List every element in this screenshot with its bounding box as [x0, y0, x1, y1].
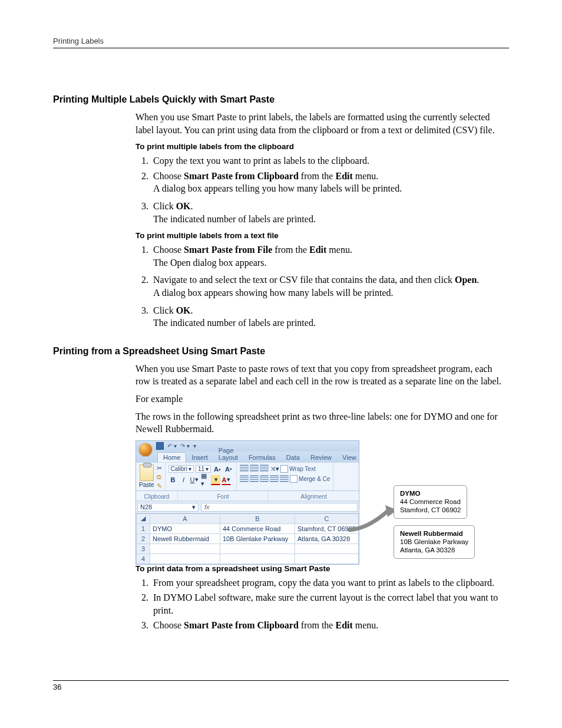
heading-smart-paste-multiple: Printing Multiple Labels Quickly with Sm… [53, 94, 509, 105]
proc2-step3: Click OK. The indicated number of labels… [151, 304, 509, 330]
grow-font-icon: A▴ [213, 465, 222, 474]
page-number: 36 [53, 683, 61, 691]
spreadsheet-grid: ◢ A B C 1 DYMO 44 Commerce Road Stamford… [136, 513, 359, 564]
fill-color-icon: ▾ [211, 475, 220, 485]
paste-label: Paste [139, 482, 154, 488]
qat-more-icon: ▾ [193, 443, 196, 449]
format-painter-icon: ✎ [157, 482, 162, 490]
heading-spreadsheet-smart-paste: Printing from a Spreadsheet Using Smart … [53, 346, 509, 357]
intro-para: When you use Smart Paste to print labels… [135, 111, 509, 136]
border-icon: ▦ ▾ [200, 475, 210, 485]
label-preview-1: DYMO 44 Commerce Road Stamford, CT 06902 [394, 485, 467, 519]
label-preview-2: Newell Rubbermaid 10B Glenlake Parkway A… [394, 525, 475, 559]
sec2-p1: When you use Smart Paste to paste rows o… [135, 363, 509, 388]
arrow-icon [346, 503, 399, 538]
tab-page-layout: Page Layout [213, 446, 243, 462]
label2-name: Newell Rubbermaid [400, 529, 468, 538]
bold-icon: B [168, 475, 178, 485]
formula-bar: fx [201, 503, 358, 512]
chevron-down-icon: ▾ [189, 466, 191, 472]
group-alignment-label: Alignment [272, 493, 356, 500]
label1-line2: 44 Commerce Road [400, 498, 461, 506]
label1-name: DYMO [400, 489, 461, 498]
cell-b2: 10B Glenlake Parkway [220, 533, 295, 543]
spreadsheet-figure: ↶ ▾ ↷ ▾ ▾ Home Insert Page Layout Formul… [135, 440, 509, 558]
font-name-box: Calibri ▾ [168, 465, 194, 473]
excel-window: ↶ ▾ ↷ ▾ ▾ Home Insert Page Layout Formul… [135, 440, 359, 565]
proc2-step3-follow: The indicated number of labels are print… [153, 317, 509, 330]
tab-review: Review [305, 453, 337, 462]
cut-icon: ✂ [157, 465, 162, 472]
redo-icon: ↷ ▾ [180, 443, 190, 449]
group-clipboard-label: Clipboard [139, 493, 174, 500]
copy-icon: ⧉ [157, 473, 162, 481]
fx-icon: fx [201, 503, 213, 510]
align-bottom-icon [260, 465, 269, 472]
proc1-step3-follow: The indicated number of labels are print… [153, 213, 509, 226]
tab-formulas: Formulas [243, 453, 281, 462]
name-box: N28▾ [137, 503, 199, 512]
office-button-icon [138, 443, 153, 457]
decrease-indent-icon [270, 475, 279, 482]
align-middle-icon [250, 465, 259, 472]
tab-insert: Insert [186, 453, 213, 462]
proc3-title: To print data from a spreadsheet using S… [135, 564, 509, 573]
proc1-step1: Copy the text you want to print as label… [151, 154, 509, 167]
save-icon [156, 442, 164, 450]
align-left-icon [240, 475, 249, 482]
label2-line2: 10B Glenlake Parkway [400, 538, 468, 546]
shrink-font-icon: A▾ [224, 465, 233, 474]
cell-a1: DYMO [150, 523, 220, 533]
proc3-steps: From your spreadsheet program, copy the … [135, 577, 509, 632]
tab-home: Home [157, 452, 186, 462]
col-a-header: A [150, 513, 220, 523]
row-3-header: 3 [137, 543, 150, 554]
proc2-steps: Choose Smart Paste from File from the Ed… [135, 243, 509, 330]
proc2-step1-follow: The Open dialog box appears. [153, 256, 509, 269]
proc2-title: To print multiple labels from a text fil… [135, 231, 509, 240]
font-color-icon: A ▾ [222, 475, 231, 485]
col-b-header: B [220, 513, 295, 523]
ribbon: Paste ✂ ⧉ ✎ Calibri ▾ 11 ▾ [136, 462, 359, 491]
proc1-steps: Copy the text you want to print as label… [135, 154, 509, 225]
cell-b1: 44 Commerce Road [220, 523, 295, 533]
quick-access-toolbar: ↶ ▾ ↷ ▾ ▾ [136, 441, 359, 452]
proc2-step1: Choose Smart Paste from File from the Ed… [151, 243, 509, 269]
proc3-step2: In DYMO Label software, make sure the cu… [151, 591, 509, 617]
proc2-step2: Navigate to and select the text or CSV f… [151, 274, 509, 299]
underline-icon: U ▾ [190, 475, 199, 485]
increase-indent-icon [280, 475, 289, 482]
italic-icon: I [179, 475, 189, 485]
proc1-step2: Choose Smart Paste from Clipboard from t… [151, 170, 509, 195]
cell-a2: Newell Rubbermaid [150, 533, 220, 543]
select-all-cell: ◢ [137, 513, 150, 523]
label2-line3: Atlanta, GA 30328 [400, 546, 468, 554]
wrap-text-icon [280, 465, 288, 473]
proc1-step2-follow: A dialog box appears telling you how man… [153, 182, 509, 195]
row-4-header: 4 [137, 554, 150, 564]
align-top-icon [240, 465, 249, 472]
proc1-step3: Click OK. The indicated number of labels… [151, 200, 509, 225]
orientation-icon: ⤭▾ [270, 465, 279, 474]
proc2-step2-follow: A dialog box appears showing how many la… [153, 286, 509, 299]
proc3-step3: Choose Smart Paste from Clipboard from t… [151, 619, 509, 632]
proc1-title: To print multiple labels from the clipbo… [135, 142, 509, 151]
proc3-step1: From your spreadsheet program, copy the … [151, 577, 509, 589]
undo-icon: ↶ ▾ [167, 443, 177, 449]
align-center-icon [250, 475, 259, 482]
chevron-down-icon: ▾ [206, 466, 209, 472]
tab-view: View [337, 453, 362, 462]
label1-line3: Stamford, CT 06902 [400, 506, 461, 514]
merge-icon [290, 475, 297, 483]
chevron-down-icon: ▾ [192, 503, 196, 511]
ribbon-tabs: Home Insert Page Layout Formulas Data Re… [136, 452, 359, 462]
sec2-p2: For example [135, 393, 509, 406]
sec2-p3: The rows in the following spreadsheet pr… [135, 410, 509, 436]
row-1-header: 1 [137, 523, 150, 533]
paste-icon [140, 465, 154, 481]
running-head: Printing Labels [53, 37, 509, 48]
tab-data: Data [281, 453, 305, 462]
align-right-icon [260, 475, 269, 482]
row-2-header: 2 [137, 533, 150, 543]
group-font-label: Font [181, 493, 265, 500]
